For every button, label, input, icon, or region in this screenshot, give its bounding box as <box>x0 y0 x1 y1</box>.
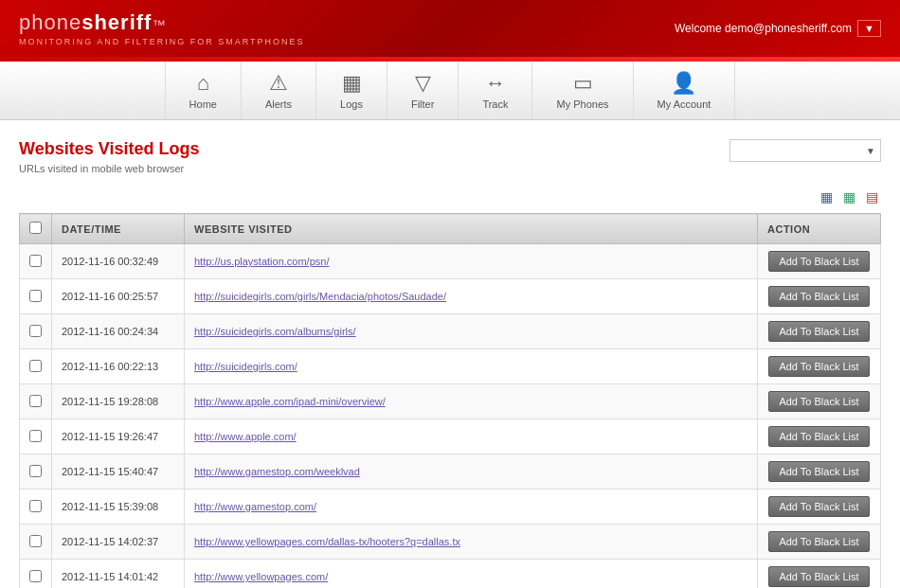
th-action: ACTION <box>758 214 881 244</box>
nav-alerts-label: Alerts <box>265 98 292 110</box>
row-checkbox[interactable] <box>29 570 42 582</box>
phones-icon: ▭ <box>573 71 593 96</box>
row-url[interactable]: http://www.apple.com/ <box>194 431 297 442</box>
row-url[interactable]: http://www.yellowpages.com/dallas-tx/hoo… <box>194 536 460 547</box>
row-url[interactable]: http://us.playstation.com/psn/ <box>194 256 329 267</box>
add-to-blacklist-button[interactable]: Add To Black List <box>768 426 869 447</box>
table-row: 2012-11-16 00:24:34http://suicidegirls.c… <box>20 314 881 349</box>
nav-my-phones[interactable]: ▭ My Phones <box>532 62 633 119</box>
nav-home-label: Home <box>189 98 217 110</box>
welcome-text: Welcome demo@phonesheriff.com <box>675 22 852 35</box>
add-to-blacklist-button[interactable]: Add To Black List <box>768 531 869 552</box>
table-row: 2012-11-15 19:28:08http://www.apple.com/… <box>20 384 881 419</box>
page-subtitle: URLs visited in mobile web browser <box>19 163 199 174</box>
title-row: Websites Visited Logs URLs visited in mo… <box>19 139 881 188</box>
nav-home[interactable]: ⌂ Home <box>165 62 242 119</box>
page-title: Websites Visited Logs <box>19 139 199 159</box>
account-icon: 👤 <box>671 71 696 96</box>
row-url[interactable]: http://suicidegirls.com/albums/girls/ <box>194 326 356 337</box>
add-to-blacklist-button[interactable]: Add To Black List <box>768 251 869 272</box>
add-to-blacklist-button[interactable]: Add To Black List <box>768 321 869 342</box>
logo-subtitle: MONITORING AND FILTERING FOR SMARTPHONES <box>19 37 305 46</box>
logo-text: phonesheriff™ <box>19 10 305 35</box>
select-all-checkbox[interactable] <box>29 222 42 234</box>
table-row: 2012-11-15 15:39:08http://www.gamestop.c… <box>20 490 881 525</box>
add-to-blacklist-button[interactable]: Add To Black List <box>768 356 869 377</box>
main-nav: ⌂ Home ⚠ Alerts ▦ Logs ▽ Filter ↔ Track … <box>0 62 900 120</box>
row-checkbox[interactable] <box>29 360 42 372</box>
nav-logs-label: Logs <box>340 98 363 110</box>
filter-icon: ▽ <box>415 71 431 96</box>
title-block: Websites Visited Logs URLs visited in mo… <box>19 139 199 188</box>
table-row: 2012-11-16 00:25:57http://suicidegirls.c… <box>20 279 881 314</box>
export-csv-icon[interactable]: ▦ <box>839 188 858 205</box>
export-row: ▦ ▦ ▤ <box>19 188 881 205</box>
alerts-icon: ⚠ <box>269 71 288 96</box>
add-to-blacklist-button[interactable]: Add To Black List <box>768 461 869 482</box>
row-url[interactable]: http://www.gamestop.com/weeklvad <box>194 466 360 477</box>
table-row: 2012-11-16 00:32:49http://us.playstation… <box>20 244 881 279</box>
row-url[interactable]: http://www.apple.com/ipad-mini/overview/ <box>194 396 386 407</box>
row-datetime: 2012-11-16 00:25:57 <box>52 279 185 314</box>
nav-logs[interactable]: ▦ Logs <box>316 62 387 119</box>
row-checkbox[interactable] <box>29 535 42 547</box>
logs-icon: ▦ <box>342 71 362 96</box>
row-url[interactable]: http://suicidegirls.com/girls/Mendacia/p… <box>194 291 446 302</box>
nav-my-account-label: My Account <box>657 98 711 110</box>
export-excel-icon[interactable]: ▦ <box>817 188 836 205</box>
row-datetime: 2012-11-15 14:01:42 <box>52 560 185 589</box>
row-datetime: 2012-11-15 15:40:47 <box>52 454 185 490</box>
row-datetime: 2012-11-15 19:28:08 <box>52 384 185 419</box>
track-icon: ↔ <box>485 71 506 96</box>
th-checkbox <box>20 214 52 244</box>
table-row: 2012-11-16 00:22:13http://suicidegirls.c… <box>20 349 881 384</box>
row-checkbox[interactable] <box>29 325 42 337</box>
row-datetime: 2012-11-15 19:26:47 <box>52 419 185 454</box>
nav-track-label: Track <box>482 98 508 110</box>
account-dropdown[interactable]: ▼ <box>857 20 881 37</box>
nav-my-account[interactable]: 👤 My Account <box>634 62 736 119</box>
logo: phonesheriff™ MONITORING AND FILTERING F… <box>19 10 305 46</box>
row-url[interactable]: http://suicidegirls.com/ <box>194 361 297 372</box>
nav-track[interactable]: ↔ Track <box>459 62 532 119</box>
row-checkbox[interactable] <box>29 395 42 407</box>
th-website: WEBSITE VISITED <box>185 214 758 244</box>
table-row: 2012-11-15 14:02:37http://www.yellowpage… <box>20 525 881 560</box>
nav-filter[interactable]: ▽ Filter <box>387 62 459 119</box>
nav-my-phones-label: My Phones <box>556 98 608 110</box>
logo-trademark: ™ <box>152 17 166 32</box>
row-url[interactable]: http://www.gamestop.com/ <box>194 501 316 512</box>
row-checkbox[interactable] <box>29 500 42 512</box>
nav-alerts[interactable]: ⚠ Alerts <box>242 62 316 119</box>
logo-bold: phone <box>19 10 81 34</box>
home-icon: ⌂ <box>197 71 209 96</box>
row-datetime: 2012-11-16 00:24:34 <box>52 314 185 349</box>
header: phonesheriff™ MONITORING AND FILTERING F… <box>0 0 900 57</box>
filter-wrapper[interactable]: ▼ <box>729 139 881 162</box>
phone-filter-dropdown[interactable] <box>729 139 881 162</box>
th-datetime: DATE/TIME <box>52 214 185 244</box>
row-checkbox[interactable] <box>29 465 42 477</box>
table-row: 2012-11-15 15:40:47http://www.gamestop.c… <box>20 454 881 490</box>
row-datetime: 2012-11-16 00:22:13 <box>52 349 185 384</box>
row-checkbox[interactable] <box>29 430 42 442</box>
table-header-row: DATE/TIME WEBSITE VISITED ACTION <box>20 214 881 244</box>
add-to-blacklist-button[interactable]: Add To Black List <box>768 496 869 517</box>
table-row: 2012-11-15 19:26:47http://www.apple.com/… <box>20 419 881 454</box>
nav-filter-label: Filter <box>411 98 434 110</box>
logo-light: sheriff <box>81 10 152 34</box>
row-checkbox[interactable] <box>29 255 42 267</box>
row-checkbox[interactable] <box>29 290 42 302</box>
row-datetime: 2012-11-15 14:02:37 <box>52 525 185 560</box>
table-row: 2012-11-15 14:01:42http://www.yellowpage… <box>20 560 881 589</box>
logs-table: DATE/TIME WEBSITE VISITED ACTION 2012-11… <box>19 213 881 588</box>
add-to-blacklist-button[interactable]: Add To Black List <box>768 391 869 412</box>
add-to-blacklist-button[interactable]: Add To Black List <box>768 286 869 307</box>
welcome-area: Welcome demo@phonesheriff.com ▼ <box>675 20 881 37</box>
export-pdf-icon[interactable]: ▤ <box>862 188 881 205</box>
content-area: Websites Visited Logs URLs visited in mo… <box>0 120 900 588</box>
row-datetime: 2012-11-16 00:32:49 <box>52 244 185 279</box>
add-to-blacklist-button[interactable]: Add To Black List <box>768 566 869 587</box>
row-url[interactable]: http://www.yellowpages.com/ <box>194 571 328 582</box>
row-datetime: 2012-11-15 15:39:08 <box>52 490 185 525</box>
